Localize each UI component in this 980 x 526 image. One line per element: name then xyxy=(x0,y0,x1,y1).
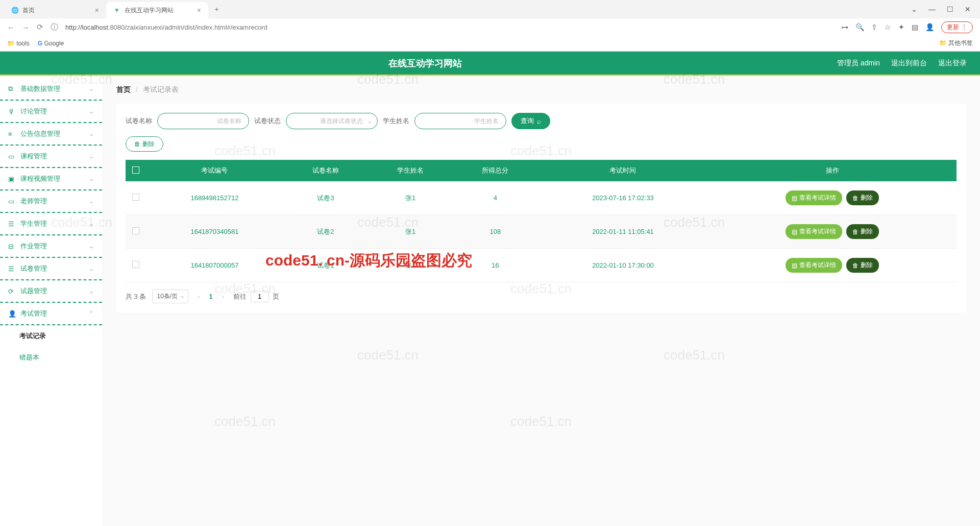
chevron-down-icon: ⌄ xyxy=(89,175,94,182)
delete-row-button[interactable]: 🗑删除 xyxy=(846,190,879,205)
sidebar-item[interactable]: ≡公告信息管理⌄ xyxy=(0,123,102,146)
table-header: 学生姓名 xyxy=(368,160,453,181)
page-size-select[interactable]: 10条/页 xyxy=(152,290,188,303)
batch-delete-button[interactable]: 🗑删除 xyxy=(126,136,163,152)
sidebar-item[interactable]: 🎙讨论管理⌄ xyxy=(0,101,102,123)
trash-icon: 🗑 xyxy=(852,195,859,202)
paper-status-select[interactable]: 请选择试卷状态 xyxy=(286,113,378,129)
page-goto: 前往 页 xyxy=(233,291,279,302)
table-header: 所得总分 xyxy=(453,160,537,181)
extensions-icon[interactable]: ✦ xyxy=(898,23,904,31)
sidebar-item[interactable]: ⧉基础数据管理⌄ xyxy=(0,78,102,101)
bookmark-google[interactable]: G Google xyxy=(38,40,64,47)
cell-exam-id: 1641807000057 xyxy=(146,249,283,282)
sidebar-item[interactable]: ⊟作业管理⌄ xyxy=(0,235,102,258)
select-all-checkbox[interactable] xyxy=(132,166,139,174)
breadcrumb-current: 考试记录表 xyxy=(143,85,179,93)
reload-icon[interactable]: ⟳ xyxy=(37,22,43,32)
close-window-icon[interactable]: ✕ xyxy=(965,5,971,13)
maximize-icon[interactable]: ☐ xyxy=(947,5,953,13)
chevron-down-icon: ⌄ xyxy=(89,85,94,92)
minimize-icon[interactable]: — xyxy=(928,5,936,13)
update-button[interactable]: 更新⋮ xyxy=(941,21,973,33)
url-input[interactable]: http://localhost:8080/zaixianxuexi/admin… xyxy=(65,23,834,31)
close-icon[interactable]: × xyxy=(95,6,99,14)
key-icon[interactable]: ⊶ xyxy=(841,23,848,31)
folder-icon: 📁 xyxy=(939,39,947,46)
chevron-down-icon: ⌄ xyxy=(89,288,94,295)
close-icon[interactable]: × xyxy=(197,6,201,14)
bookmarks-bar: 📁 tools G Google 📁 其他书签 xyxy=(0,36,980,51)
cell-student-name: 张1 xyxy=(368,215,453,249)
profile-icon[interactable]: 👤 xyxy=(925,23,934,31)
row-checkbox[interactable] xyxy=(132,261,139,268)
filter-label-paper-name: 试卷名称 xyxy=(126,116,152,126)
chevron-down-icon: ⌄ xyxy=(89,265,94,272)
search-button[interactable]: 查询⌕ xyxy=(511,113,550,129)
chevron-down-icon: ⌄ xyxy=(89,198,94,205)
next-page-icon[interactable]: › xyxy=(219,293,227,300)
bookmark-tools[interactable]: 📁 tools xyxy=(7,40,30,47)
view-detail-button[interactable]: ▤查看考试详情 xyxy=(786,224,842,239)
filter-label-student-name: 学生姓名 xyxy=(383,116,409,126)
browser-tab-home[interactable]: 🌐 首页 × xyxy=(4,2,106,18)
sidebar-sub-error-book[interactable]: 错题本 xyxy=(0,347,102,368)
sidebar-item-label: 课程管理 xyxy=(20,152,47,161)
menu-icon: ☰ xyxy=(8,265,15,273)
info-icon[interactable]: ⓘ xyxy=(51,22,58,32)
bookmark-other[interactable]: 📁 其他书签 xyxy=(939,39,973,47)
student-name-input[interactable] xyxy=(414,113,506,129)
goto-page-input[interactable] xyxy=(251,291,269,302)
cell-score: 16 xyxy=(453,249,537,282)
sidebar-item[interactable]: ▭老师管理⌄ xyxy=(0,190,102,213)
menu-icon: 👤 xyxy=(8,310,15,318)
sidebar-item[interactable]: 👤考试管理⌃ xyxy=(0,303,102,325)
sidebar-item[interactable]: ☰学生管理⌄ xyxy=(0,213,102,235)
browser-tab-app[interactable]: ▼ 在线互动学习网站 × xyxy=(106,2,208,18)
sidebar-item[interactable]: ⟳试题管理⌄ xyxy=(0,280,102,303)
globe-icon: 🌐 xyxy=(11,7,18,14)
admin-label[interactable]: 管理员 admin xyxy=(837,59,880,68)
table-row: 1641870340581 试卷2 张1 108 2022-01-11 11:0… xyxy=(126,215,957,249)
sidepanel-icon[interactable]: ▤ xyxy=(912,23,918,31)
page-number[interactable]: 1 xyxy=(209,293,213,300)
pagination: 共 3 条 10条/页 ‹ 1 › 前往 页 xyxy=(126,290,957,303)
paper-name-input[interactable] xyxy=(157,113,249,129)
view-detail-button[interactable]: ▤查看考试详情 xyxy=(786,258,842,273)
breadcrumb-sep: / xyxy=(136,85,138,93)
back-icon[interactable]: ← xyxy=(7,23,15,32)
zoom-icon[interactable]: 🔍 xyxy=(855,23,864,31)
menu-icon: 🎙 xyxy=(8,108,15,115)
address-bar: ← → ⟳ ⓘ http://localhost:8080/zaixianxue… xyxy=(0,18,980,36)
table-header: 考试编号 xyxy=(146,160,283,181)
trash-icon: 🗑 xyxy=(852,228,859,235)
cell-paper-name: 试卷3 xyxy=(283,181,368,215)
delete-row-button[interactable]: 🗑删除 xyxy=(846,224,879,239)
chevron-down-icon: ⌄ xyxy=(89,220,94,227)
sidebar-sub-exam-record[interactable]: 考试记录 xyxy=(0,325,102,347)
prev-page-icon[interactable]: ‹ xyxy=(194,293,203,300)
tab-strip: 🌐 首页 × ▼ 在线互动学习网站 × ＋ ⌄ — ☐ ✕ xyxy=(0,0,980,18)
table-row: 1689498152712 试卷3 张1 4 2023-07-16 17:02:… xyxy=(126,181,957,215)
sidebar-item[interactable]: ☰试卷管理⌄ xyxy=(0,258,102,280)
sidebar-item-label: 公告信息管理 xyxy=(20,129,60,138)
cell-score: 4 xyxy=(453,181,537,215)
table-row: 1641807000057 试卷1 张1 16 2022-01-10 17:30… xyxy=(126,249,957,282)
sidebar-item[interactable]: ▭课程管理⌄ xyxy=(0,146,102,168)
goto-frontend-link[interactable]: 退出到前台 xyxy=(891,59,927,68)
forward-icon[interactable]: → xyxy=(22,23,30,32)
row-checkbox[interactable] xyxy=(132,227,139,234)
share-icon[interactable]: ⇪ xyxy=(871,23,877,31)
logout-link[interactable]: 退出登录 xyxy=(938,59,967,68)
chevron-down-icon[interactable]: ⌄ xyxy=(911,5,917,13)
new-tab-button[interactable]: ＋ xyxy=(208,5,225,14)
row-checkbox[interactable] xyxy=(132,194,139,201)
breadcrumb-home[interactable]: 首页 xyxy=(116,85,131,93)
sidebar-item[interactable]: ▣课程视频管理⌄ xyxy=(0,168,102,190)
delete-row-button[interactable]: 🗑删除 xyxy=(846,258,879,273)
view-detail-button[interactable]: ▤查看考试详情 xyxy=(786,190,842,205)
star-icon[interactable]: ☆ xyxy=(885,23,891,31)
content-panel: 试卷名称 试卷状态 请选择试卷状态 学生姓名 查询⌕ 🗑删除 考试编号试卷名称学… xyxy=(116,104,966,313)
filter-label-paper-status: 试卷状态 xyxy=(254,116,281,126)
sidebar-item-label: 试卷管理 xyxy=(20,264,47,273)
